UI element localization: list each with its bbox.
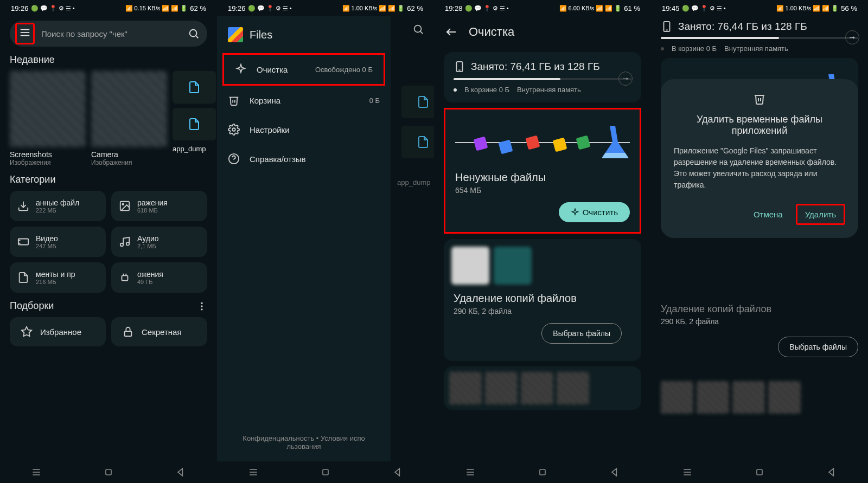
star-icon xyxy=(21,326,33,338)
cancel-button[interactable]: Отмена xyxy=(745,204,792,225)
category-tile[interactable]: ожения49 ГБ xyxy=(111,262,207,293)
statusbar: 19:28 🟢 💬 📍 ⚙ ☰ • 📶 6.00 KB/s 📶 📶 🔋 61 % xyxy=(434,0,651,16)
recent-item[interactable]: app_dump xyxy=(173,71,216,166)
navbar xyxy=(0,461,217,483)
thumbnail xyxy=(661,381,693,414)
drawer-footer[interactable]: Конфиденциальность • Условия испо льзова… xyxy=(217,423,391,461)
document-icon xyxy=(17,272,29,284)
duplicates-card: Удаление копий файлов 290 КБ, 2 файла Вы… xyxy=(444,239,641,361)
search-input[interactable]: Поиск по запросу "чек" xyxy=(41,29,181,38)
files-logo-icon xyxy=(228,27,243,42)
collection-secret[interactable]: Секретная xyxy=(111,317,207,346)
thumbnail xyxy=(449,372,482,404)
svg-point-3 xyxy=(190,30,197,37)
category-tile[interactable]: менты и пр216 МБ xyxy=(10,262,106,293)
junk-title: Ненужные файлы xyxy=(455,171,630,184)
nav-recent-icon[interactable] xyxy=(31,467,42,478)
nav-home-icon[interactable] xyxy=(103,467,114,478)
select-files-button[interactable]: Выбрать файлы xyxy=(541,323,622,344)
svg-point-26 xyxy=(414,25,422,33)
clock: 19:26 xyxy=(11,4,29,12)
svg-point-12 xyxy=(126,242,130,246)
category-tile[interactable]: ражения618 МБ xyxy=(111,191,207,221)
drawer-item-settings[interactable]: Настройки xyxy=(217,115,391,144)
nav-back-icon[interactable] xyxy=(826,467,837,478)
screen-clean: 19:28 🟢 💬 📍 ⚙ ☰ • 📶 6.00 KB/s 📶 📶 🔋 61 %… xyxy=(434,0,651,483)
svg-rect-8 xyxy=(18,239,28,245)
recent-item[interactable]: Camera Изображения xyxy=(91,71,167,166)
svg-point-30 xyxy=(232,128,235,131)
storage-card[interactable]: Занято: 76,41 ГБ из 128 ГБ → В корзине 0… xyxy=(444,52,641,102)
arrow-right-icon[interactable]: → xyxy=(618,72,633,86)
navbar xyxy=(651,461,868,483)
thumbnail xyxy=(768,381,801,414)
svg-point-7 xyxy=(122,203,124,205)
help-icon xyxy=(228,153,240,165)
svg-rect-13 xyxy=(122,275,128,280)
nav-recent-icon[interactable] xyxy=(682,467,693,478)
drawer-item-help[interactable]: Справка/отзыв xyxy=(217,144,391,173)
thumbnail xyxy=(485,372,518,404)
more-icon[interactable] xyxy=(196,301,207,312)
svg-point-11 xyxy=(120,243,124,247)
svg-point-17 xyxy=(201,305,202,307)
svg-marker-25 xyxy=(178,468,182,475)
clean-button[interactable]: Очистить xyxy=(559,202,630,222)
nav-home-icon[interactable] xyxy=(320,467,331,478)
page-title: Очистка xyxy=(469,25,514,39)
image-icon xyxy=(119,200,131,212)
drawer-item-trash[interactable]: Корзина 0 Б xyxy=(217,86,391,115)
document-icon xyxy=(188,81,201,94)
drawer-header: Files xyxy=(217,16,391,53)
screen-home: 19:26 🟢 💬 📍 ⚙ ☰ • 📶 0.15 KB/s 📶 📶 🔋 62 %… xyxy=(0,0,217,483)
svg-point-16 xyxy=(201,302,202,304)
category-tile[interactable]: Аудио2,1 МБ xyxy=(111,227,207,257)
video-icon xyxy=(17,236,29,248)
nav-back-icon[interactable] xyxy=(609,467,620,478)
gear-icon xyxy=(228,124,240,136)
recent-item[interactable]: Screenshots Изображения xyxy=(10,71,86,166)
phone-icon xyxy=(454,61,465,73)
nav-recent-icon[interactable] xyxy=(248,467,259,478)
battery: 62 % xyxy=(190,4,206,12)
drawer-item-clean-highlight[interactable]: Очистка Освобождено 0 Б xyxy=(222,53,385,86)
search-icon xyxy=(412,23,424,35)
thumbnail xyxy=(451,247,489,285)
thumbnail xyxy=(521,372,553,404)
screen-drawer: 19:26 🟢 💬 📍 ⚙ ☰ • 📶 1.00 KB/s 📶 📶 🔋 62 %… xyxy=(217,0,434,483)
delete-button-highlight[interactable]: Удалить xyxy=(796,204,845,225)
junk-files-card-highlight: Ненужные файлы 654 МБ Очистить xyxy=(444,108,641,234)
dialog-body: Приложение "Google Files" запрашивает ра… xyxy=(674,145,845,191)
menu-button-highlight xyxy=(15,23,35,44)
nav-home-icon[interactable] xyxy=(754,467,765,478)
category-tile[interactable]: анные файл222 МБ xyxy=(10,191,106,221)
document-icon xyxy=(188,118,201,131)
search-icon[interactable] xyxy=(188,28,200,40)
nav-recent-icon[interactable] xyxy=(465,467,476,478)
svg-marker-45 xyxy=(612,468,616,475)
svg-rect-36 xyxy=(323,469,328,475)
svg-rect-53 xyxy=(757,469,762,475)
nav-home-icon[interactable] xyxy=(537,467,548,478)
back-icon[interactable] xyxy=(445,25,458,38)
nav-back-icon[interactable] xyxy=(392,467,403,478)
recent-title: Недавние xyxy=(10,54,207,66)
nav-back-icon[interactable] xyxy=(175,467,186,478)
trash-icon xyxy=(228,94,240,106)
svg-point-18 xyxy=(201,308,202,310)
categories-title: Категории xyxy=(10,174,207,185)
document-icon xyxy=(417,136,430,149)
confirm-dialog: Удалить временные файлы приложений Прило… xyxy=(661,79,858,238)
navbar xyxy=(434,461,651,483)
svg-rect-44 xyxy=(540,469,545,475)
storage-progress: → xyxy=(454,78,631,80)
sparkle-icon xyxy=(571,208,579,217)
clean-illustration xyxy=(445,110,640,164)
category-tile[interactable]: Видео247 МБ xyxy=(10,227,106,257)
svg-line-15 xyxy=(126,274,126,276)
document-icon xyxy=(417,95,430,108)
menu-icon[interactable] xyxy=(19,27,31,38)
svg-rect-20 xyxy=(125,331,132,336)
collection-favorites[interactable]: Избранное xyxy=(10,317,106,346)
select-files-button[interactable]: Выбрать файлы xyxy=(778,337,858,357)
